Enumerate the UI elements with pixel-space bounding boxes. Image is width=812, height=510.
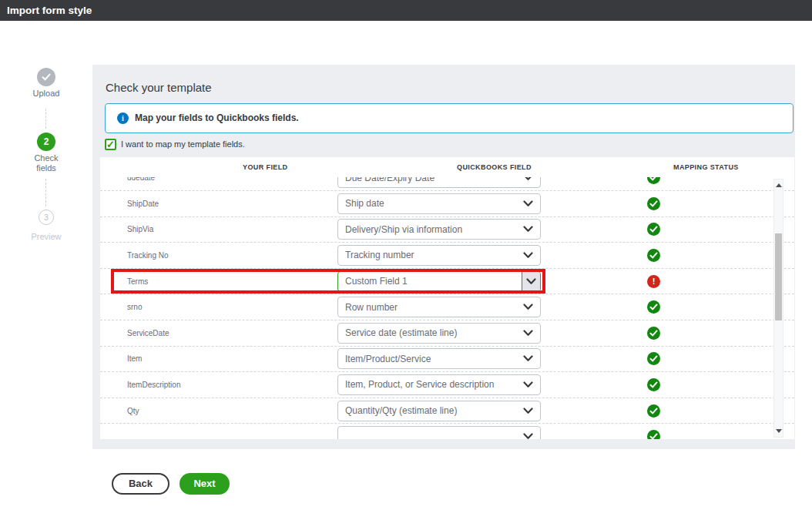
field-mapping-table: YOUR FIELD QUICKBOOKS FIELD MAPPING STAT… [100,157,794,439]
table-row: Terms Custom Field 1 ! [100,269,794,295]
dropdown-selected-value: Delivery/Ship via information [345,224,462,235]
quickbooks-field-cell: Item, Product, or Service description [337,374,541,395]
mapping-status-cell [541,378,794,391]
dropdown-selected-value: Tracking number [345,250,414,260]
your-field-label: Tracking No [100,251,337,260]
mapping-status-cell [541,404,794,418]
dropdown-selected-value: Service date (estimate line) [345,327,457,338]
chevron-down-icon [523,200,533,207]
quickbooks-field-dropdown[interactable]: Item, Product, or Service description [337,374,541,395]
status-ok-icon [647,197,660,210]
quickbooks-field-cell: Delivery/Ship via information [337,219,541,240]
table-row: srno Row number [100,294,794,320]
map-fields-checkbox-label: I want to map my template fields. [121,139,352,149]
vertical-scrollbar[interactable] [773,179,783,438]
status-ok-icon [647,177,660,184]
column-header-your-field: YOUR FIELD [243,163,288,171]
quickbooks-field-cell: Tracking number [337,245,541,266]
info-banner-text: Map your fields to Quickbooks fields. [135,112,299,123]
table-row: Item Item/Product/Service [100,347,794,373]
next-button[interactable]: Next [180,473,230,495]
step-number: 3 [44,213,49,222]
table-row: duedate Due Date/Expiry Date [100,177,794,191]
status-ok-icon [647,223,660,236]
chevron-down-icon [522,272,540,291]
table-row: Qty Quantity/Qty (estimate line) [100,398,794,424]
table-rows: duedate Due Date/Expiry Date ShipDate Sh… [100,177,794,439]
quickbooks-field-cell [337,426,541,439]
your-field-label: Qty [100,407,337,415]
quickbooks-field-dropdown[interactable]: Delivery/Ship via information [337,219,541,240]
info-banner: i Map your fields to Quickbooks fields. [105,103,794,133]
dropdown-selected-value: Item/Product/Service [345,354,431,364]
table-scroll-viewport: duedate Due Date/Expiry Date ShipDate Sh… [100,177,794,439]
status-ok-icon [647,352,660,365]
dropdown-selected-value: Quantity/Qty (estimate line) [345,405,457,416]
chevron-down-icon [523,226,533,233]
mapping-status-cell [541,177,794,184]
quickbooks-field-cell: Quantity/Qty (estimate line) [337,401,541,421]
mapping-status-cell: ! [541,275,794,288]
step-check-fields-circle[interactable]: 2 [37,133,55,151]
back-button[interactable]: Back [112,473,169,495]
quickbooks-field-cell: Item/Product/Service [337,348,541,369]
mapping-status-cell [541,249,794,262]
chevron-down-icon [523,304,533,310]
mapping-status-cell [541,197,794,210]
scroll-down-icon[interactable] [776,429,782,433]
dropdown-selected-value: Item, Product, or Service description [345,379,494,390]
quickbooks-field-dropdown[interactable] [337,426,541,439]
quickbooks-field-dropdown[interactable]: Item/Product/Service [337,348,541,369]
column-header-mapping-status: MAPPING STATUS [673,163,739,171]
chevron-down-icon [523,252,533,259]
quickbooks-field-dropdown[interactable]: Row number [337,297,541,317]
quickbooks-field-dropdown[interactable]: Custom Field 1 [337,271,541,292]
scroll-up-icon[interactable] [776,183,782,187]
chevron-down-icon [523,330,533,337]
your-field-label: duedate [100,177,337,182]
quickbooks-field-dropdown[interactable]: Service date (estimate line) [337,323,541,344]
status-ok-icon [647,327,660,340]
mapping-status-cell [541,300,794,314]
your-field-label: Item [100,354,337,363]
your-field-label: srno [100,303,337,311]
step-preview-circle[interactable]: 3 [39,210,54,225]
stepper-connector [45,179,46,206]
table-row: ItemDescription Item, Product, or Servic… [100,372,794,398]
table-row: ServiceDate Service date (estimate line) [100,320,794,347]
quickbooks-field-cell: Ship date [337,193,541,214]
column-header-quickbooks-field: QUICKBOOKS FIELD [457,163,532,171]
stepper-connector [45,109,46,129]
your-field-label: Terms [100,277,337,286]
status-error-icon: ! [647,275,660,288]
table-row [100,424,794,439]
status-ok-icon [647,404,660,418]
info-icon: i [117,112,129,124]
window-title: Import form style [0,0,812,21]
mapping-status-cell [541,327,794,340]
mapping-status-cell [541,352,794,365]
map-fields-checkbox[interactable]: ✓ [105,139,116,150]
quickbooks-field-dropdown[interactable]: Ship date [337,193,541,214]
quickbooks-field-dropdown[interactable]: Tracking number [337,245,541,266]
your-field-label: ItemDescription [100,381,337,389]
table-row: ShipDate Ship date [100,191,794,217]
scrollbar-thumb[interactable] [775,233,782,320]
dropdown-selected-value: Row number [345,302,398,313]
dropdown-selected-value: Custom Field 1 [345,276,408,287]
chevron-down-icon [523,355,533,362]
quickbooks-field-dropdown[interactable]: Due Date/Expiry Date [337,177,541,188]
quickbooks-field-dropdown[interactable]: Quantity/Qty (estimate line) [337,401,541,421]
your-field-label: ShipDate [100,200,337,208]
your-field-label: ServiceDate [100,329,337,337]
quickbooks-field-cell: Custom Field 1 [337,271,541,292]
table-row: ShipVia Delivery/Ship via information [100,217,794,243]
status-ok-icon [647,249,660,262]
check-icon [42,73,51,81]
mapping-status-cell [541,223,794,236]
step-upload-circle[interactable] [37,68,55,86]
dropdown-selected-value: Ship date [345,198,384,209]
status-ok-icon [647,430,660,439]
status-ok-icon [647,300,660,314]
table-row: Tracking No Tracking number [100,243,794,269]
